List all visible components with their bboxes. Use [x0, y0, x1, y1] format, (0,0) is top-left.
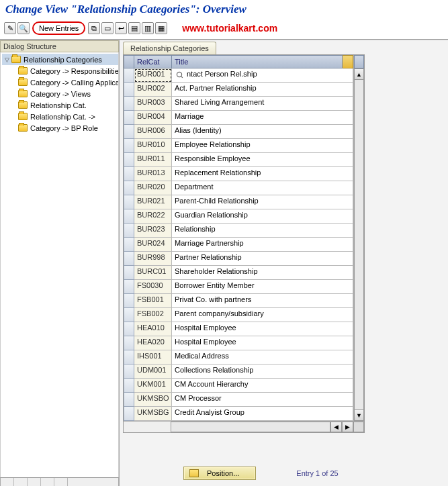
- toolbar-btn-deselect[interactable]: ▥: [142, 22, 154, 34]
- cell-title[interactable]: Collections Relationship: [172, 364, 353, 379]
- vertical-scrollbar[interactable]: ▲ ▼: [353, 55, 364, 421]
- cell-relcat[interactable]: IHS001: [134, 350, 172, 364]
- toolbar-btn-copy[interactable]: ⧉: [88, 22, 100, 34]
- row-selector[interactable]: [124, 350, 134, 364]
- row-selector[interactable]: [124, 181, 134, 195]
- table-row[interactable]: BUR020Department: [134, 181, 353, 195]
- table-row[interactable]: BUR022Guardian Relationship: [134, 209, 353, 224]
- cell-relcat[interactable]: BUR021: [134, 195, 172, 209]
- cell-relcat[interactable]: BUR001: [134, 68, 172, 83]
- row-selector[interactable]: [124, 266, 134, 280]
- row-selector[interactable]: [124, 252, 134, 266]
- cell-title[interactable]: Shareholder Relationship: [172, 266, 353, 280]
- row-selector[interactable]: [124, 280, 134, 294]
- cell-relcat[interactable]: BUR998: [134, 252, 172, 266]
- cell-relcat[interactable]: UKMSBO: [134, 393, 172, 407]
- cell-relcat[interactable]: BURC01: [134, 266, 172, 280]
- row-selector[interactable]: [124, 68, 134, 83]
- row-selector[interactable]: [124, 393, 134, 407]
- tree-child-0[interactable]: Category -> Responsibilities: [17, 65, 118, 77]
- row-selector[interactable]: [124, 195, 134, 209]
- cell-relcat[interactable]: BUR020: [134, 181, 172, 195]
- cell-title[interactable]: Credit Analyist Group: [172, 407, 353, 421]
- row-selector[interactable]: [124, 336, 134, 350]
- row-selector[interactable]: [124, 153, 134, 167]
- table-row[interactable]: BUR023Relationship: [134, 224, 353, 238]
- tree-child-5[interactable]: Category -> BP Role: [17, 122, 118, 134]
- table-row[interactable]: FSB002Parent company/subsidiary: [134, 308, 353, 322]
- cell-title[interactable]: Replacement Relationship: [172, 167, 353, 181]
- tree-expand-icon[interactable]: ▽: [3, 56, 11, 63]
- cell-relcat[interactable]: HEA010: [134, 322, 172, 336]
- table-config-button[interactable]: [343, 55, 353, 68]
- tree-child-4[interactable]: Relationship Cat. ->: [17, 111, 118, 122]
- cell-title[interactable]: Parent-Child Relationship: [172, 195, 353, 209]
- horizontal-scrollbar[interactable]: [171, 422, 330, 432]
- cell-title[interactable]: Hospital Employee: [172, 336, 353, 350]
- cell-title[interactable]: Relationship: [172, 224, 353, 238]
- table-row[interactable]: UKMSBOCM Processor: [134, 393, 353, 407]
- table-row[interactable]: FSB001Privat Co. with partners: [134, 294, 353, 308]
- cell-relcat[interactable]: UDM001: [134, 364, 172, 379]
- row-selector[interactable]: [124, 322, 134, 336]
- cell-relcat[interactable]: FS0030: [134, 280, 172, 294]
- cell-relcat[interactable]: BUR013: [134, 167, 172, 181]
- cell-title[interactable]: Medical Address: [172, 350, 353, 364]
- cell-relcat[interactable]: FSB001: [134, 294, 172, 308]
- cell-title[interactable]: Marriage: [172, 111, 353, 125]
- table-row[interactable]: BUR004Marriage: [134, 111, 353, 125]
- tree-root-relationship-categories[interactable]: ▽ Relationship Categories: [2, 54, 118, 65]
- row-selector[interactable]: [124, 364, 134, 379]
- cell-title[interactable]: Employee Relationship: [172, 139, 353, 153]
- cell-title[interactable]: Partner Relationship: [172, 252, 353, 266]
- cell-title[interactable]: Shared Living Arrangement: [172, 97, 353, 111]
- table-row[interactable]: FS0030Borrower Entity Member: [134, 280, 353, 294]
- row-selector[interactable]: [124, 294, 134, 308]
- scroll-left-button[interactable]: ◀: [330, 422, 342, 432]
- row-selector[interactable]: [124, 407, 134, 421]
- table-row[interactable]: BUR010Employee Relationship: [134, 139, 353, 153]
- value-help-icon[interactable]: [177, 72, 182, 77]
- table-row[interactable]: IHS001Medical Address: [134, 350, 353, 364]
- toolbar-btn-display[interactable]: 🔍: [17, 22, 30, 34]
- toolbar-btn-other[interactable]: ✎: [4, 22, 16, 34]
- row-selector[interactable]: [124, 308, 134, 322]
- table-row[interactable]: BUR002Act. Partner Relationship: [134, 83, 353, 97]
- cell-relcat[interactable]: UKM001: [134, 379, 172, 393]
- column-header-relcat[interactable]: RelCat: [134, 55, 172, 68]
- row-selector[interactable]: [124, 83, 134, 97]
- toolbar-btn-delete[interactable]: ▭: [101, 22, 114, 34]
- cell-relcat[interactable]: BUR004: [134, 111, 172, 125]
- row-selector[interactable]: [124, 379, 134, 393]
- cell-title[interactable]: Privat Co. with partners: [172, 294, 353, 308]
- cell-title[interactable]: Marriage Partnership: [172, 238, 353, 252]
- table-row[interactable]: BURC01Shareholder Relationship: [134, 266, 353, 280]
- cell-title[interactable]: Hospital Employee: [172, 322, 353, 336]
- tab-relationship-categories[interactable]: Relationship Categories: [123, 42, 216, 54]
- row-selector[interactable]: [124, 238, 134, 252]
- row-selector[interactable]: [124, 167, 134, 181]
- scroll-up-button[interactable]: ▲: [354, 68, 364, 80]
- toolbar-btn-print[interactable]: ▦: [155, 22, 167, 34]
- cell-relcat[interactable]: FSB002: [134, 308, 172, 322]
- table-row[interactable]: BUR024Marriage Partnership: [134, 238, 353, 252]
- tree-child-3[interactable]: Relationship Cat.: [17, 99, 118, 111]
- select-all-corner[interactable]: [124, 55, 134, 68]
- cell-relcat[interactable]: BUR003: [134, 97, 172, 111]
- cell-title[interactable]: CM Processor: [172, 393, 353, 407]
- cell-title[interactable]: Guardian Relationship: [172, 209, 353, 224]
- table-row[interactable]: BUR998Partner Relationship: [134, 252, 353, 266]
- cell-relcat[interactable]: HEA020: [134, 336, 172, 350]
- cell-relcat[interactable]: BUR010: [134, 139, 172, 153]
- table-row[interactable]: UKMSBGCredit Analyist Group: [134, 407, 353, 421]
- cell-title[interactable]: Responsible Employee: [172, 153, 353, 167]
- table-row[interactable]: HEA020Hospital Employee: [134, 336, 353, 350]
- column-header-title[interactable]: Title: [172, 55, 343, 68]
- cell-title[interactable]: Department: [172, 181, 353, 195]
- cell-title[interactable]: Borrower Entity Member: [172, 280, 353, 294]
- row-selector[interactable]: [124, 139, 134, 153]
- cell-relcat[interactable]: BUR022: [134, 209, 172, 224]
- position-button[interactable]: Position...: [183, 467, 256, 480]
- cell-relcat[interactable]: BUR011: [134, 153, 172, 167]
- cell-relcat[interactable]: BUR023: [134, 224, 172, 238]
